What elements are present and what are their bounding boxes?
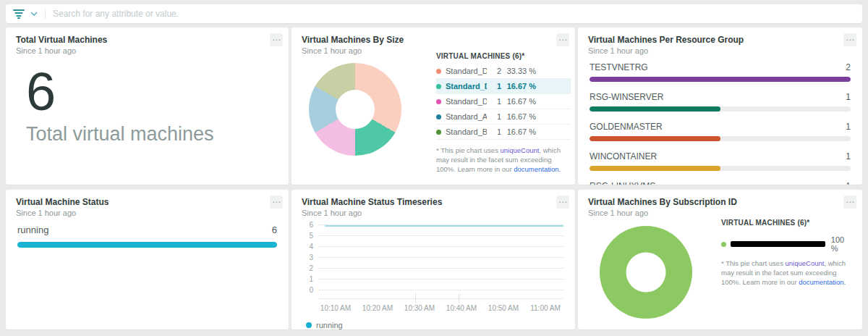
panel-title: Virtual Machines By Size xyxy=(302,35,565,45)
legend-count: 1 xyxy=(487,97,501,106)
legend-dot xyxy=(306,322,312,328)
legend-row[interactable]: Standard_DS2_v2 1 16.67 % xyxy=(436,94,571,109)
bar-track xyxy=(590,77,851,82)
panel-title: Virtual Machines Per Resource Group xyxy=(588,35,852,45)
bar-fill xyxy=(590,166,720,171)
bar-fill xyxy=(590,77,851,82)
legend-row[interactable]: Standard_A2 1 16.67 % xyxy=(436,109,571,125)
legend-row[interactable]: Standard_DS1 2 33.33 % xyxy=(436,64,571,79)
y-axis-label: 0 xyxy=(302,286,313,294)
bar-row[interactable]: running6 xyxy=(17,224,277,248)
chevron-down-icon[interactable] xyxy=(30,12,38,16)
more-options-button[interactable]: ⋯ xyxy=(556,196,569,209)
legend-percent: 16.67 % xyxy=(501,97,536,106)
vm-size-legend: VIRTUAL MACHINES (6)* Standard_DS1 2 33.… xyxy=(436,52,571,174)
panel-subtitle: Since 1 hour ago xyxy=(588,209,852,217)
bar-row[interactable]: GOLDENMASTER1 xyxy=(590,122,851,141)
bar-label: TESTVNETRG xyxy=(590,62,648,72)
panel-total-virtual-machines: Total Virtual Machines Since 1 hour ago … xyxy=(6,28,289,185)
bar-track xyxy=(17,242,277,248)
panel-title: Virtual Machines By Subscription ID xyxy=(588,197,852,207)
search-bar xyxy=(6,4,862,23)
bar-value: 1 xyxy=(846,122,851,132)
redacted-subscription-id-bar xyxy=(731,241,825,247)
legend-percent: 16.67 % xyxy=(501,82,536,91)
x-axis-label: 10:50 AM xyxy=(484,304,523,312)
more-options-button[interactable]: ⋯ xyxy=(843,33,856,46)
legend-name: Standard_DS1 xyxy=(446,67,487,75)
uniquecount-link[interactable]: uniqueCount xyxy=(501,146,540,154)
more-options-button[interactable]: ⋯ xyxy=(556,33,569,46)
panel-vm-status: Virtual Machine Status Since 1 hour ago … xyxy=(6,190,289,329)
gridline: 2 xyxy=(319,268,563,269)
more-options-button[interactable]: ⋯ xyxy=(270,196,283,209)
legend-row[interactable]: Standard_B1s 1 16.67 % xyxy=(436,125,571,140)
vm-size-donut-chart[interactable] xyxy=(309,63,401,156)
legend-row[interactable]: 100 % xyxy=(721,235,853,253)
legend-row-highlighted[interactable]: Standard_DS1_v2 1 16.67 % xyxy=(436,79,571,94)
panel-title: Virtual Machine Status xyxy=(16,197,278,207)
y-axis-label: 6 xyxy=(302,221,313,229)
gridline: 1 xyxy=(319,279,563,280)
y-axis-label: 4 xyxy=(302,243,313,251)
panel-vms-by-size: Virtual Machines By Size Since 1 hour ag… xyxy=(292,28,575,185)
chart-legend[interactable]: running xyxy=(306,321,565,329)
timeseries-chart[interactable]: 6 5 4 3 2 1 0 10:10 AM 10:20 AM 10:30 AM… xyxy=(302,224,565,329)
panel-subtitle: Since 1 hour ago xyxy=(302,209,565,217)
bar-row[interactable]: RSG-LINUXVMS1 xyxy=(590,181,851,185)
more-options-button[interactable]: ⋯ xyxy=(843,196,856,209)
bar-value: 2 xyxy=(846,62,851,72)
pie-footnote: * This pie chart uses uniqueCount, which… xyxy=(721,259,853,287)
x-axis-labels: 10:10 AM 10:20 AM 10:30 AM 10:40 AM 10:5… xyxy=(316,304,565,312)
y-axis-label: 2 xyxy=(302,264,313,272)
y-axis-label: 3 xyxy=(302,253,313,261)
gridline: 4 xyxy=(319,246,563,247)
legend-header: VIRTUAL MACHINES (6)* xyxy=(436,52,571,60)
gridline: 5 xyxy=(319,235,563,236)
uniquecount-link[interactable]: uniqueCount xyxy=(786,259,825,267)
bar-label: RSG-LINUXVMS xyxy=(590,181,655,185)
bar-label: RSG-WINSERVER xyxy=(590,92,663,102)
bar-track xyxy=(590,136,851,141)
more-options-button[interactable]: ⋯ xyxy=(270,33,283,46)
bar-track xyxy=(590,106,851,112)
filter-icon[interactable] xyxy=(13,9,25,19)
x-axis-label: 10:30 AM xyxy=(400,304,439,312)
documentation-link[interactable]: documentation. xyxy=(799,278,846,286)
bar-row[interactable]: RSG-WINSERVER1 xyxy=(590,92,851,112)
total-vm-label: Total virtual machines xyxy=(26,123,289,146)
legend-count: 1 xyxy=(487,82,501,91)
bar-label: running xyxy=(17,224,48,235)
legend-name: Standard_DS1_v2 xyxy=(446,82,487,91)
panel-subtitle: Since 1 hour ago xyxy=(588,46,852,55)
bar-row[interactable]: TESTVNETRG2 xyxy=(590,62,851,82)
panel-vm-status-timeseries: Virtual Machine Status Timeseries Since … xyxy=(292,190,575,329)
documentation-link[interactable]: documentation. xyxy=(514,165,561,173)
legend-header: VIRTUAL MACHINES (6)* xyxy=(721,219,853,227)
gridline: 3 xyxy=(319,257,563,258)
panel-vms-by-subscription-id: Virtual Machines By Subscription ID Sinc… xyxy=(578,190,862,329)
bar-track xyxy=(590,166,851,171)
panel-vms-per-resource-group: Virtual Machines Per Resource Group Sinc… xyxy=(578,28,862,185)
running-series-line[interactable] xyxy=(325,225,563,227)
bar-label: GOLDENMASTER xyxy=(590,122,663,132)
legend-percent: 100 % xyxy=(831,235,853,253)
legend-percent: 16.67 % xyxy=(501,127,536,136)
legend-name: Standard_A2 xyxy=(446,112,487,121)
legend-percent: 33.33 % xyxy=(501,67,536,75)
legend-count: 1 xyxy=(487,112,501,121)
gridline: 0 xyxy=(319,290,563,290)
subscription-donut-chart[interactable] xyxy=(600,226,692,319)
bar-value: 1 xyxy=(846,92,851,102)
search-input[interactable] xyxy=(53,9,855,19)
subscription-legend: VIRTUAL MACHINES (6)* 100 % * This pie c… xyxy=(721,219,853,287)
legend-name: running xyxy=(316,321,343,329)
x-axis-label: 10:10 AM xyxy=(316,304,355,312)
bar-fill xyxy=(17,242,277,248)
x-axis-label: 11:00 AM xyxy=(526,304,565,312)
bar-fill xyxy=(590,106,720,112)
bar-row[interactable]: WINCONTAINER1 xyxy=(590,151,851,171)
legend-count: 2 xyxy=(487,67,501,75)
panel-title: Total Virtual Machines xyxy=(16,35,278,45)
legend-dot xyxy=(436,99,441,104)
